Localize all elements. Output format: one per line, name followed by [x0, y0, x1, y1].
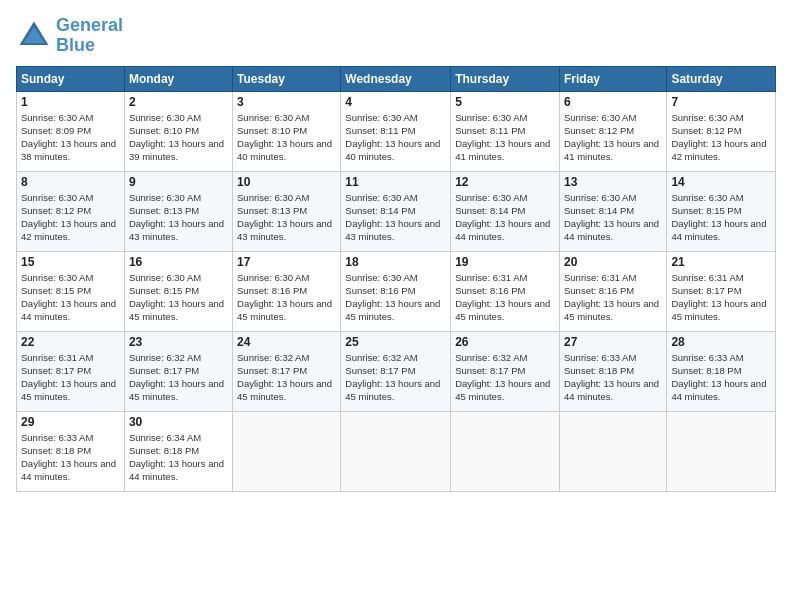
day-info: Sunrise: 6:32 AM Sunset: 8:17 PM Dayligh…: [345, 351, 446, 404]
day-number: 18: [345, 255, 446, 269]
calendar-cell: 4 Sunrise: 6:30 AM Sunset: 8:11 PM Dayli…: [341, 91, 451, 171]
calendar-cell: 2 Sunrise: 6:30 AM Sunset: 8:10 PM Dayli…: [124, 91, 232, 171]
calendar-cell: 21 Sunrise: 6:31 AM Sunset: 8:17 PM Dayl…: [667, 251, 776, 331]
calendar-cell: 13 Sunrise: 6:30 AM Sunset: 8:14 PM Dayl…: [559, 171, 666, 251]
day-info: Sunrise: 6:30 AM Sunset: 8:09 PM Dayligh…: [21, 111, 120, 164]
col-header-friday: Friday: [559, 66, 666, 91]
day-info: Sunrise: 6:32 AM Sunset: 8:17 PM Dayligh…: [129, 351, 228, 404]
day-info: Sunrise: 6:32 AM Sunset: 8:17 PM Dayligh…: [455, 351, 555, 404]
day-number: 21: [671, 255, 771, 269]
day-number: 8: [21, 175, 120, 189]
col-header-thursday: Thursday: [451, 66, 560, 91]
calendar-cell: 26 Sunrise: 6:32 AM Sunset: 8:17 PM Dayl…: [451, 331, 560, 411]
calendar-cell: 25 Sunrise: 6:32 AM Sunset: 8:17 PM Dayl…: [341, 331, 451, 411]
day-info: Sunrise: 6:34 AM Sunset: 8:18 PM Dayligh…: [129, 431, 228, 484]
calendar-cell: 29 Sunrise: 6:33 AM Sunset: 8:18 PM Dayl…: [17, 411, 125, 491]
calendar-cell: 11 Sunrise: 6:30 AM Sunset: 8:14 PM Dayl…: [341, 171, 451, 251]
day-info: Sunrise: 6:30 AM Sunset: 8:10 PM Dayligh…: [129, 111, 228, 164]
day-info: Sunrise: 6:30 AM Sunset: 8:13 PM Dayligh…: [237, 191, 336, 244]
day-number: 7: [671, 95, 771, 109]
logo-icon: [16, 18, 52, 54]
col-header-tuesday: Tuesday: [233, 66, 341, 91]
day-number: 2: [129, 95, 228, 109]
calendar-cell: 19 Sunrise: 6:31 AM Sunset: 8:16 PM Dayl…: [451, 251, 560, 331]
calendar-cell: [451, 411, 560, 491]
calendar-cell: [559, 411, 666, 491]
day-info: Sunrise: 6:30 AM Sunset: 8:10 PM Dayligh…: [237, 111, 336, 164]
day-number: 26: [455, 335, 555, 349]
day-info: Sunrise: 6:30 AM Sunset: 8:14 PM Dayligh…: [564, 191, 662, 244]
calendar-week-2: 15 Sunrise: 6:30 AM Sunset: 8:15 PM Dayl…: [17, 251, 776, 331]
logo-text: General Blue: [56, 16, 123, 56]
calendar-cell: 30 Sunrise: 6:34 AM Sunset: 8:18 PM Dayl…: [124, 411, 232, 491]
day-info: Sunrise: 6:31 AM Sunset: 8:17 PM Dayligh…: [21, 351, 120, 404]
day-info: Sunrise: 6:30 AM Sunset: 8:16 PM Dayligh…: [237, 271, 336, 324]
calendar-cell: 7 Sunrise: 6:30 AM Sunset: 8:12 PM Dayli…: [667, 91, 776, 171]
day-info: Sunrise: 6:30 AM Sunset: 8:11 PM Dayligh…: [345, 111, 446, 164]
day-number: 3: [237, 95, 336, 109]
calendar-cell: 22 Sunrise: 6:31 AM Sunset: 8:17 PM Dayl…: [17, 331, 125, 411]
calendar-cell: 18 Sunrise: 6:30 AM Sunset: 8:16 PM Dayl…: [341, 251, 451, 331]
calendar-cell: 14 Sunrise: 6:30 AM Sunset: 8:15 PM Dayl…: [667, 171, 776, 251]
logo: General Blue: [16, 16, 123, 56]
day-info: Sunrise: 6:31 AM Sunset: 8:16 PM Dayligh…: [564, 271, 662, 324]
day-number: 27: [564, 335, 662, 349]
calendar-week-4: 29 Sunrise: 6:33 AM Sunset: 8:18 PM Dayl…: [17, 411, 776, 491]
day-number: 19: [455, 255, 555, 269]
header: General Blue: [16, 16, 776, 56]
calendar-cell: 12 Sunrise: 6:30 AM Sunset: 8:14 PM Dayl…: [451, 171, 560, 251]
day-info: Sunrise: 6:30 AM Sunset: 8:11 PM Dayligh…: [455, 111, 555, 164]
day-number: 14: [671, 175, 771, 189]
calendar-week-3: 22 Sunrise: 6:31 AM Sunset: 8:17 PM Dayl…: [17, 331, 776, 411]
day-info: Sunrise: 6:33 AM Sunset: 8:18 PM Dayligh…: [564, 351, 662, 404]
day-number: 24: [237, 335, 336, 349]
day-number: 13: [564, 175, 662, 189]
calendar-cell: 10 Sunrise: 6:30 AM Sunset: 8:13 PM Dayl…: [233, 171, 341, 251]
day-info: Sunrise: 6:30 AM Sunset: 8:16 PM Dayligh…: [345, 271, 446, 324]
day-number: 28: [671, 335, 771, 349]
day-number: 20: [564, 255, 662, 269]
day-number: 22: [21, 335, 120, 349]
day-info: Sunrise: 6:30 AM Sunset: 8:14 PM Dayligh…: [345, 191, 446, 244]
day-info: Sunrise: 6:30 AM Sunset: 8:15 PM Dayligh…: [21, 271, 120, 324]
calendar-cell: 9 Sunrise: 6:30 AM Sunset: 8:13 PM Dayli…: [124, 171, 232, 251]
day-number: 23: [129, 335, 228, 349]
col-header-saturday: Saturday: [667, 66, 776, 91]
calendar-cell: [667, 411, 776, 491]
calendar-cell: 28 Sunrise: 6:33 AM Sunset: 8:18 PM Dayl…: [667, 331, 776, 411]
day-info: Sunrise: 6:30 AM Sunset: 8:15 PM Dayligh…: [129, 271, 228, 324]
calendar-cell: 6 Sunrise: 6:30 AM Sunset: 8:12 PM Dayli…: [559, 91, 666, 171]
calendar-cell: 3 Sunrise: 6:30 AM Sunset: 8:10 PM Dayli…: [233, 91, 341, 171]
calendar-cell: 27 Sunrise: 6:33 AM Sunset: 8:18 PM Dayl…: [559, 331, 666, 411]
day-number: 16: [129, 255, 228, 269]
calendar-week-0: 1 Sunrise: 6:30 AM Sunset: 8:09 PM Dayli…: [17, 91, 776, 171]
day-info: Sunrise: 6:30 AM Sunset: 8:14 PM Dayligh…: [455, 191, 555, 244]
col-header-monday: Monday: [124, 66, 232, 91]
day-number: 11: [345, 175, 446, 189]
day-number: 25: [345, 335, 446, 349]
day-number: 12: [455, 175, 555, 189]
day-info: Sunrise: 6:30 AM Sunset: 8:13 PM Dayligh…: [129, 191, 228, 244]
day-info: Sunrise: 6:30 AM Sunset: 8:12 PM Dayligh…: [671, 111, 771, 164]
day-number: 17: [237, 255, 336, 269]
day-number: 15: [21, 255, 120, 269]
calendar-cell: 17 Sunrise: 6:30 AM Sunset: 8:16 PM Dayl…: [233, 251, 341, 331]
day-info: Sunrise: 6:32 AM Sunset: 8:17 PM Dayligh…: [237, 351, 336, 404]
calendar-cell: [233, 411, 341, 491]
calendar-header-row: SundayMondayTuesdayWednesdayThursdayFrid…: [17, 66, 776, 91]
day-info: Sunrise: 6:31 AM Sunset: 8:17 PM Dayligh…: [671, 271, 771, 324]
calendar-cell: [341, 411, 451, 491]
day-info: Sunrise: 6:30 AM Sunset: 8:12 PM Dayligh…: [564, 111, 662, 164]
calendar-cell: 20 Sunrise: 6:31 AM Sunset: 8:16 PM Dayl…: [559, 251, 666, 331]
day-info: Sunrise: 6:33 AM Sunset: 8:18 PM Dayligh…: [671, 351, 771, 404]
calendar-week-1: 8 Sunrise: 6:30 AM Sunset: 8:12 PM Dayli…: [17, 171, 776, 251]
day-number: 10: [237, 175, 336, 189]
calendar-cell: 8 Sunrise: 6:30 AM Sunset: 8:12 PM Dayli…: [17, 171, 125, 251]
day-info: Sunrise: 6:31 AM Sunset: 8:16 PM Dayligh…: [455, 271, 555, 324]
day-info: Sunrise: 6:30 AM Sunset: 8:12 PM Dayligh…: [21, 191, 120, 244]
day-info: Sunrise: 6:33 AM Sunset: 8:18 PM Dayligh…: [21, 431, 120, 484]
calendar-cell: 23 Sunrise: 6:32 AM Sunset: 8:17 PM Dayl…: [124, 331, 232, 411]
calendar-cell: 24 Sunrise: 6:32 AM Sunset: 8:17 PM Dayl…: [233, 331, 341, 411]
calendar-header: SundayMondayTuesdayWednesdayThursdayFrid…: [17, 66, 776, 91]
day-number: 5: [455, 95, 555, 109]
